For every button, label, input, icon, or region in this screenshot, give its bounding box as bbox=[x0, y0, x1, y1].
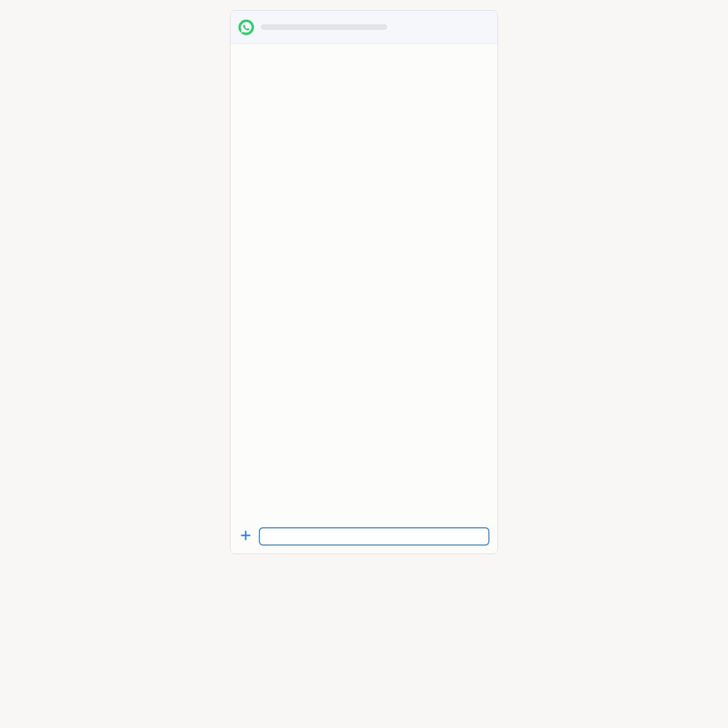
message-input-bar bbox=[231, 522, 497, 554]
attachment-button[interactable] bbox=[239, 529, 253, 543]
app-container bbox=[230, 10, 498, 554]
chat-header bbox=[231, 11, 497, 44]
messages-area[interactable] bbox=[231, 44, 497, 522]
plus-icon bbox=[240, 529, 252, 543]
whatsapp-logo-icon bbox=[238, 19, 255, 36]
contact-title-placeholder bbox=[261, 24, 387, 30]
message-input[interactable] bbox=[259, 527, 489, 545]
